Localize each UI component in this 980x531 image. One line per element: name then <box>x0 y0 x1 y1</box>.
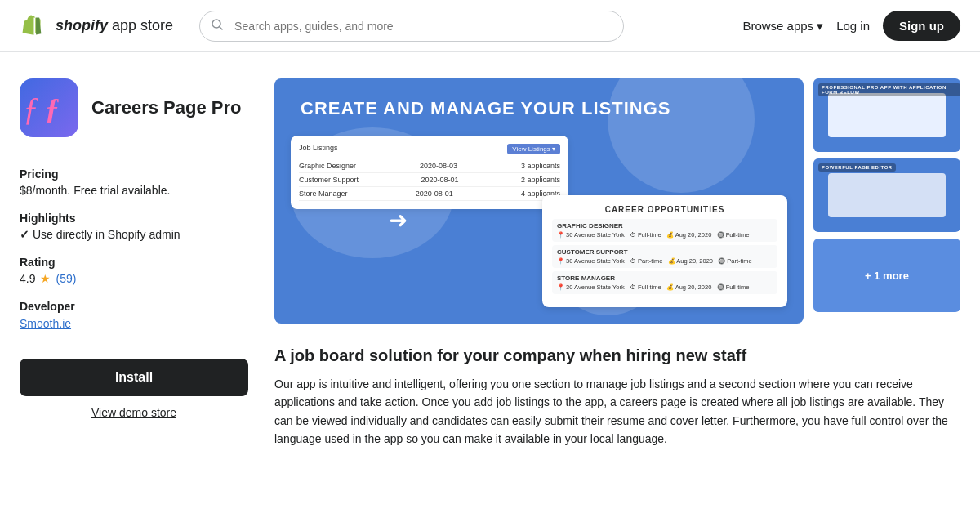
checkmark-icon: ✓ <box>20 228 29 241</box>
thumbnail-column: Professional Pro App with Application Fo… <box>813 78 960 324</box>
table-row: Graphic Designer 2020-08-03 3 applicants <box>299 159 560 173</box>
arrow-icon: ➜ <box>389 207 408 234</box>
view-demo-link[interactable]: View demo store <box>20 406 248 419</box>
app-content: CREATE AND MANAGE YOUR LISTINGS Job List… <box>274 78 960 448</box>
install-button[interactable]: Install <box>20 359 248 396</box>
logo-link[interactable]: shopify app store <box>20 11 173 41</box>
app-icon: ƒ ƒ <box>20 78 78 137</box>
developer-section: Developer Smooth.ie <box>20 300 248 331</box>
table-row: Customer Support 2020-08-01 2 applicants <box>299 173 560 187</box>
thumb2-label: Powerful Page Editor <box>818 163 896 172</box>
rating-count-link[interactable]: (59) <box>56 272 76 285</box>
shopify-logo-icon <box>20 11 49 41</box>
signup-button[interactable]: Sign up <box>883 11 960 41</box>
blob-decoration-2 <box>608 78 755 193</box>
divider <box>20 154 248 154</box>
app-identity: ƒ ƒ Careers Page Pro <box>20 78 248 137</box>
job-item: CUSTOMER SUPPORT 📍 30 Avenue State York … <box>552 245 777 268</box>
table-header: Job Listings View Listings ▾ <box>299 144 560 154</box>
logo-text: shopify app store <box>56 17 173 34</box>
svg-text:ƒ: ƒ <box>45 92 60 125</box>
header-nav: Browse apps ▾ Log in Sign up <box>742 11 960 41</box>
main-content: ƒ ƒ Careers Page Pro Pricing $8/month. F… <box>0 52 980 475</box>
app-logo-svg: ƒ <box>39 90 75 126</box>
app-title: Careers Page Pro <box>91 97 241 118</box>
rating-section: Rating 4.9 ★ (59) <box>20 256 248 285</box>
table-row: Store Manager 2020-08-01 4 applicants <box>299 187 560 201</box>
career-opportunities-panel: CAREER OPPORTUNITIES GRAPHIC DESIGNER 📍 … <box>542 195 787 307</box>
highlights-section: Highlights ✓ Use directly in Shopify adm… <box>20 212 248 241</box>
app-sidebar: ƒ ƒ Careers Page Pro Pricing $8/month. F… <box>20 78 248 448</box>
job-item: GRAPHIC DESIGNER 📍 30 Avenue State York … <box>552 219 777 242</box>
search-bar <box>199 11 624 42</box>
star-icon: ★ <box>40 272 51 285</box>
site-header: shopify app store Browse apps ▾ Log in S… <box>0 0 980 52</box>
developer-label: Developer <box>20 300 248 313</box>
table-panel: Job Listings View Listings ▾ Graphic Des… <box>291 136 568 209</box>
app-headline: A job board solution for your company wh… <box>274 346 960 365</box>
screenshot-content: CREATE AND MANAGE YOUR LISTINGS Job List… <box>274 78 804 324</box>
thumb1-label: Professional Pro App with Application Fo… <box>818 83 960 96</box>
pricing-section: Pricing $8/month. Free trial available. <box>20 167 248 197</box>
search-icon <box>211 18 224 34</box>
screenshot-title: CREATE AND MANAGE YOUR LISTINGS <box>301 98 671 119</box>
developer-link[interactable]: Smooth.ie <box>20 317 71 330</box>
browse-apps-button[interactable]: Browse apps ▾ <box>742 19 823 33</box>
rating-label: Rating <box>20 256 248 269</box>
main-screenshot[interactable]: CREATE AND MANAGE YOUR LISTINGS Job List… <box>274 78 804 324</box>
opportunities-title: CAREER OPPORTUNITIES <box>552 205 777 214</box>
app-description: Our app is intuitive and intelligent, of… <box>274 375 960 448</box>
thumbnail-2[interactable]: Powerful Page Editor <box>813 158 960 232</box>
rating-value: 4.9 <box>20 272 35 285</box>
more-button[interactable]: + 1 more <box>813 239 960 312</box>
thumb2-preview <box>828 173 946 217</box>
highlight-item: ✓ Use directly in Shopify admin <box>20 228 248 241</box>
thumbnail-1[interactable]: Professional Pro App with Application Fo… <box>813 78 960 152</box>
highlight-text: Use directly in Shopify admin <box>33 228 180 241</box>
app-gallery: CREATE AND MANAGE YOUR LISTINGS Job List… <box>274 78 960 324</box>
chevron-down-icon: ▾ <box>817 19 823 33</box>
highlights-label: Highlights <box>20 212 248 225</box>
pricing-value: $8/month. Free trial available. <box>20 184 248 197</box>
job-item: STORE MANAGER 📍 30 Avenue State York ⏱ F… <box>552 271 777 294</box>
login-button[interactable]: Log in <box>836 19 870 33</box>
search-input[interactable] <box>199 11 624 42</box>
browse-apps-label: Browse apps <box>742 19 813 33</box>
pricing-label: Pricing <box>20 167 248 181</box>
thumb1-preview <box>828 93 946 137</box>
rating-row: 4.9 ★ (59) <box>20 272 248 285</box>
